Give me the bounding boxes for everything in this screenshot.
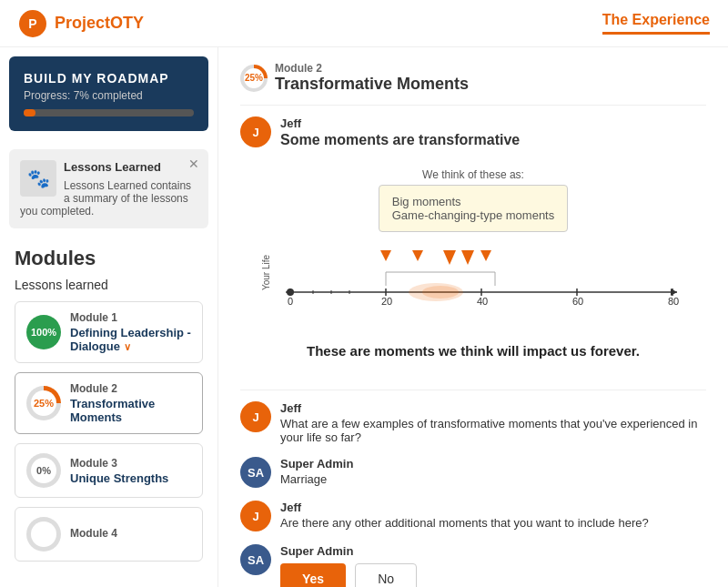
msg-text-sa-1: Marriage	[280, 472, 706, 486]
svg-text:Your Life: Your Life	[261, 254, 271, 290]
roadmap-progress-label: Progress: 7% completed	[24, 89, 194, 102]
msg-name-sa-1: Super Admin	[280, 457, 706, 471]
module1-num: Module 1	[70, 311, 191, 324]
header: P ProjectOTY The Experience	[0, 0, 728, 47]
module1-title: Defining Leadership - Dialogue ∨	[70, 326, 191, 353]
svg-text:80: 80	[668, 296, 679, 307]
svg-text:40: 40	[477, 296, 488, 307]
module3-info: Module 3 Unique Strengths	[70, 457, 168, 485]
msg-name-jeff-3: Jeff	[280, 501, 706, 514]
avatar-jeff-3: J	[240, 501, 271, 531]
msg-content-sa-1: Super Admin Marriage	[280, 457, 706, 486]
msg-content-jeff-3: Jeff Are there any other additional mome…	[280, 501, 706, 530]
module3-num: Module 3	[70, 457, 168, 470]
svg-marker-4	[412, 250, 423, 261]
message-jeff-q2: J Jeff Are there any other additional mo…	[240, 501, 706, 531]
lessons-icon: 🐾	[20, 160, 56, 197]
module2-num: Module 2	[70, 382, 191, 395]
module1-progress-circle: 100%	[26, 315, 61, 349]
yes-button[interactable]: Yes	[280, 563, 346, 587]
svg-marker-7	[480, 250, 491, 261]
roadmap-title: BUILD MY ROADMAP	[24, 71, 194, 86]
lessons-card: 🐾 Lessons Learned ✕ Lessons Learned cont…	[9, 149, 208, 228]
svg-text:20: 20	[381, 296, 392, 307]
message-content-jeff-1: Jeff Some moments are transformative	[280, 116, 706, 148]
msg-content-jeff-2: Jeff What are a few examples of transfor…	[280, 401, 706, 444]
progress-bar-fill	[24, 109, 35, 116]
roadmap-card: BUILD MY ROADMAP Progress: 7% completed	[9, 56, 208, 131]
logo-text: ProjectOTY	[55, 14, 144, 33]
message-jeff-q1: J Jeff What are a few examples of transf…	[240, 401, 706, 444]
module2-progress-circle: 25%	[26, 386, 61, 420]
module4-info: Module 4	[70, 527, 117, 541]
avatar-sa-2: SA	[240, 544, 271, 575]
callout-line2: Game-changing-type moments	[392, 208, 554, 222]
module-header-circle: 25%	[240, 65, 268, 92]
module-card-1[interactable]: 100% Module 1 Defining Leadership - Dial…	[15, 301, 203, 363]
timeline-wrapper: Your Life	[240, 236, 706, 336]
module-header-text: Module 2 Transformative Moments	[275, 62, 469, 94]
message-name-jeff-1: Jeff	[280, 116, 706, 130]
module3-title: Unique Strengths	[70, 471, 168, 485]
msg-content-sa-2: Super Admin Yes No	[280, 544, 706, 587]
svg-point-15	[287, 288, 294, 296]
avatar-sa-1: SA	[240, 457, 271, 488]
module-card-4[interactable]: Module 4	[15, 507, 203, 562]
callout-positioned: Big moments Game-changing-type moments	[240, 185, 706, 232]
main-content: 25% Module 2 Transformative Moments J Je…	[218, 47, 728, 587]
svg-point-28	[422, 286, 459, 299]
svg-marker-12	[671, 288, 677, 296]
body: BUILD MY ROADMAP Progress: 7% completed …	[0, 47, 728, 587]
modules-title: Modules	[15, 247, 203, 270]
msg-text-jeff-2: What are a few examples of transformativ…	[280, 417, 706, 444]
msg-text-jeff-3: Are there any other additional moments t…	[280, 516, 706, 530]
module2-info: Module 2 Transformative Moments	[70, 382, 191, 424]
callout-box: Big moments Game-changing-type moments	[379, 185, 568, 232]
avatar-jeff-1: J	[240, 116, 271, 147]
module-header-num: Module 2	[275, 62, 469, 75]
message-sa-2: SA Super Admin Yes No	[240, 544, 706, 587]
module4-progress-circle	[26, 517, 61, 552]
svg-marker-6	[461, 250, 474, 265]
timeline-svg: Your Life	[258, 245, 695, 327]
msg-name-jeff-2: Jeff	[280, 401, 706, 415]
logo: P ProjectOTY	[18, 9, 144, 38]
svg-marker-5	[443, 250, 456, 265]
svg-text:60: 60	[572, 296, 583, 307]
module-header: 25% Module 2 Transformative Moments	[240, 62, 706, 94]
module2-title: Transformative Moments	[70, 397, 191, 424]
module3-progress-circle: 0%	[26, 453, 61, 488]
msg-name-sa-2: Super Admin	[280, 544, 706, 558]
module1-info: Module 1 Defining Leadership - Dialogue …	[70, 311, 191, 353]
svg-text:P: P	[28, 16, 36, 31]
svg-text:0: 0	[288, 296, 293, 307]
avatar-jeff-2: J	[240, 401, 271, 432]
sidebar: BUILD MY ROADMAP Progress: 7% completed …	[0, 47, 218, 587]
logo-icon: P	[18, 9, 47, 38]
module-card-3[interactable]: 0% Module 3 Unique Strengths	[15, 443, 203, 498]
message-text-jeff-1: Some moments are transformative	[280, 132, 706, 148]
we-think-label: We think of these as:	[240, 168, 706, 181]
module-card-2[interactable]: 25% Module 2 Transformative Moments	[15, 372, 203, 434]
message-sa-1: SA Super Admin Marriage	[240, 457, 706, 488]
modules-section: Modules Lessons learned 100% Module 1 De…	[0, 238, 217, 580]
module4-num: Module 4	[70, 527, 117, 540]
slide-content: We think of these as: Big moments Game-c…	[240, 161, 706, 379]
lessons-learned-subtitle: Lessons learned	[15, 278, 203, 292]
the-experience-nav[interactable]: The Experience	[602, 12, 710, 35]
message-jeff-intro: J Jeff Some moments are transformative	[240, 116, 706, 148]
impact-text: These are moments we think will impact u…	[240, 343, 706, 359]
callout-line1: Big moments	[392, 195, 554, 208]
yes-no-row: Yes No	[280, 563, 706, 587]
module-header-title: Transformative Moments	[275, 75, 469, 94]
progress-bar-bg	[24, 109, 194, 116]
divider-2	[240, 390, 706, 390]
svg-marker-3	[380, 250, 391, 261]
no-button[interactable]: No	[355, 563, 417, 587]
annotation-container: We think of these as: Big moments Game-c…	[240, 168, 706, 232]
lessons-close-button[interactable]: ✕	[188, 157, 199, 171]
divider-1	[240, 105, 706, 106]
